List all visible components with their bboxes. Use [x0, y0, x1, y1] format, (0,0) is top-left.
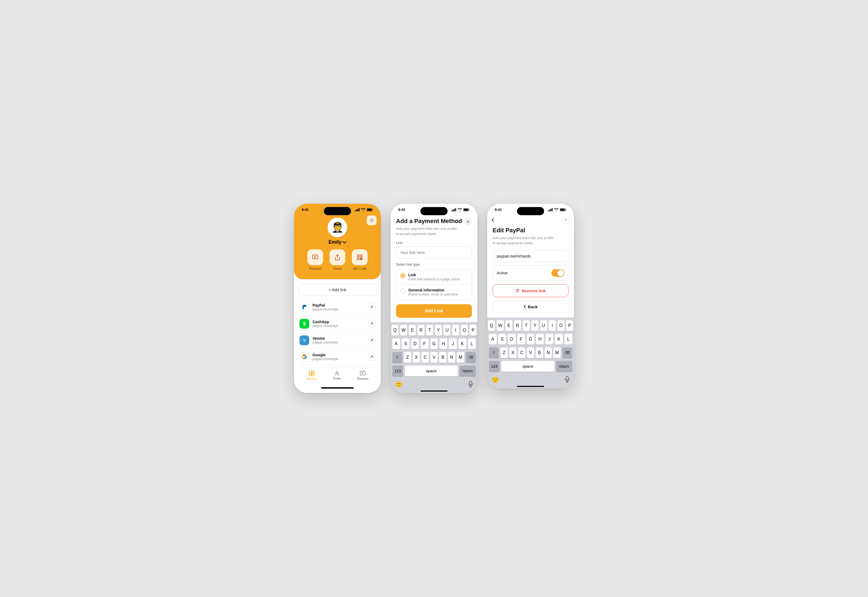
k3-x[interactable]: X — [510, 348, 517, 358]
key-k[interactable]: K — [458, 339, 466, 349]
k3-i[interactable]: I — [549, 320, 556, 331]
key-c[interactable]: C — [422, 352, 429, 363]
key-123[interactable]: 123 — [392, 365, 403, 376]
key-m[interactable]: M — [457, 352, 464, 363]
back-button-3[interactable] — [492, 218, 494, 222]
key-n[interactable]: N — [448, 352, 455, 363]
k3-t[interactable]: T — [523, 320, 530, 331]
key-z[interactable]: Z — [404, 352, 411, 363]
svg-rect-20 — [312, 374, 314, 376]
k3-space[interactable]: space — [501, 361, 554, 372]
cashapp-arrow[interactable] — [368, 320, 375, 328]
key-j[interactable]: J — [449, 339, 457, 349]
k3-k[interactable]: K — [555, 334, 563, 345]
request-btn[interactable]: Request — [307, 249, 323, 270]
k3-123[interactable]: 123 — [489, 361, 500, 372]
k3-h[interactable]: H — [536, 334, 544, 345]
share-btn[interactable]: Share — [330, 249, 345, 270]
status-bar-3: 9:41 — [487, 204, 574, 213]
status-icons-3 — [548, 208, 566, 211]
key-r[interactable]: R — [418, 325, 425, 336]
key-v[interactable]: V — [431, 352, 438, 363]
k3-w[interactable]: W — [497, 320, 504, 331]
k3-m[interactable]: M — [553, 348, 561, 358]
k3-shift[interactable]: ⇧ — [489, 348, 499, 358]
key-u[interactable]: U — [443, 325, 450, 336]
k3-f[interactable]: F — [517, 334, 525, 345]
qrcode-btn[interactable]: QR Code — [352, 249, 367, 270]
k3-o[interactable]: O — [557, 320, 564, 331]
k3-v[interactable]: V — [527, 348, 534, 358]
k3-d[interactable]: D — [508, 334, 515, 345]
key-f[interactable]: F — [421, 339, 428, 349]
key-y[interactable]: Y — [435, 325, 442, 336]
key-shift[interactable]: ⇧ — [392, 352, 402, 363]
key-i[interactable]: I — [452, 325, 459, 336]
key-b[interactable]: B — [439, 352, 446, 363]
key-p[interactable]: P — [470, 325, 477, 336]
paypal-name: PayPal — [313, 303, 364, 307]
key-t[interactable]: T — [426, 325, 433, 336]
key-delete[interactable]: ⌫ — [466, 352, 476, 363]
google-arrow[interactable] — [368, 353, 375, 361]
svg-rect-3 — [359, 208, 360, 211]
k3-delete[interactable]: ⌫ — [562, 348, 572, 358]
settings-button[interactable] — [367, 215, 376, 225]
add-link-button[interactable]: + Add link — [298, 284, 376, 296]
k3-return[interactable]: return — [556, 361, 572, 372]
k3-s[interactable]: S — [498, 334, 506, 345]
link-input-2[interactable] — [396, 247, 472, 258]
k3-g[interactable]: G — [527, 334, 535, 345]
key-e[interactable]: E — [409, 325, 416, 336]
nav-profile[interactable]: Profile — [333, 370, 341, 380]
link-input-3[interactable] — [493, 250, 569, 262]
active-toggle[interactable] — [551, 269, 564, 277]
mic-icon-3[interactable] — [565, 376, 570, 384]
k3-l[interactable]: L — [564, 334, 572, 345]
qrcode-label: QR Code — [353, 267, 366, 270]
help-button[interactable]: ? — [561, 216, 570, 224]
k3-a[interactable]: A — [489, 334, 497, 345]
key-space[interactable]: space — [405, 365, 458, 376]
key-s[interactable]: S — [402, 339, 410, 349]
google-logo — [299, 352, 309, 362]
close-button-2[interactable]: ✕ — [464, 218, 472, 226]
k3-e[interactable]: E — [505, 320, 513, 331]
key-return[interactable]: return — [459, 365, 476, 376]
list-item: V Venmo paypal.me/emilylx — [298, 332, 376, 349]
k3-b[interactable]: B — [536, 348, 543, 358]
k3-p[interactable]: P — [566, 320, 573, 331]
emoji-icon[interactable]: 🙂 — [395, 381, 402, 388]
venmo-arrow[interactable] — [368, 337, 375, 344]
key-l[interactable]: L — [468, 339, 476, 349]
emoji-icon-3[interactable]: 🙂 — [492, 376, 499, 383]
k3-y[interactable]: Y — [531, 320, 538, 331]
key-x[interactable]: X — [413, 352, 420, 363]
nav-requests[interactable]: Requests — [357, 370, 368, 380]
paypal-arrow[interactable] — [368, 303, 375, 311]
remove-link-button[interactable]: Remove link — [493, 284, 569, 297]
key-o[interactable]: O — [461, 325, 468, 336]
mic-icon[interactable] — [468, 381, 473, 388]
k3-z[interactable]: Z — [501, 348, 508, 358]
nav-profile-label: Profile — [333, 377, 341, 380]
key-a[interactable]: A — [392, 339, 400, 349]
k3-c[interactable]: C — [518, 348, 526, 358]
k3-u[interactable]: U — [540, 320, 547, 331]
radio-general-option[interactable]: General information Phone number, email … — [396, 284, 472, 300]
k3-r[interactable]: R — [514, 320, 521, 331]
home-indicator-1 — [321, 387, 354, 389]
key-q[interactable]: Q — [391, 325, 398, 336]
radio-link-option[interactable]: Link A link that redirects to a page onl… — [396, 269, 472, 284]
key-w[interactable]: W — [400, 325, 407, 336]
k3-q[interactable]: Q — [488, 320, 495, 331]
key-h[interactable]: H — [440, 339, 447, 349]
k3-j[interactable]: J — [545, 334, 553, 345]
nav-services[interactable]: Services — [307, 370, 317, 380]
key-d[interactable]: D — [411, 339, 419, 349]
key-g[interactable]: G — [430, 339, 438, 349]
k3-n[interactable]: N — [545, 348, 552, 358]
add-link-cta-button[interactable]: Add Link — [396, 304, 472, 318]
back-action-button[interactable]: Back — [493, 300, 569, 313]
profile-icon — [334, 370, 340, 376]
